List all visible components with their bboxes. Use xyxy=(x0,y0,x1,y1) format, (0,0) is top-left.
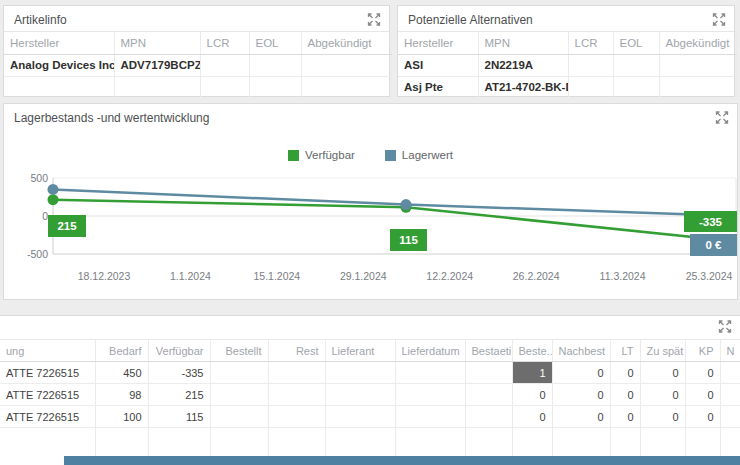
column-header[interactable]: LCR xyxy=(568,32,613,54)
cell[interactable]: 2N2219A xyxy=(478,54,568,76)
cell[interactable]: 0 xyxy=(610,406,640,428)
cell[interactable]: 450 xyxy=(95,362,148,384)
table-row[interactable]: ATTE 72265159821500000 xyxy=(0,384,740,406)
cell[interactable]: 98 xyxy=(95,384,148,406)
cell[interactable] xyxy=(659,54,736,76)
column-header[interactable]: MPN xyxy=(114,32,200,54)
cell[interactable] xyxy=(720,406,740,428)
column-header[interactable]: LT xyxy=(610,340,640,362)
cell[interactable] xyxy=(613,76,659,98)
cell[interactable]: -335 xyxy=(148,362,210,384)
data-point[interactable] xyxy=(48,184,59,195)
cell[interactable]: ATTE 7226515 xyxy=(0,384,95,406)
cell[interactable]: 100 xyxy=(95,406,148,428)
cell[interactable]: 0 xyxy=(685,384,720,406)
cell[interactable] xyxy=(249,54,301,76)
column-header[interactable]: Rest xyxy=(268,340,325,362)
cell[interactable]: 115 xyxy=(148,406,210,428)
cell[interactable] xyxy=(210,406,268,428)
column-header[interactable]: Abgekündigt xyxy=(659,32,736,54)
cell[interactable] xyxy=(301,54,391,76)
cell[interactable]: Asj Pte xyxy=(398,76,478,98)
cell[interactable] xyxy=(301,76,391,98)
cell[interactable] xyxy=(465,406,512,428)
cell[interactable] xyxy=(268,406,325,428)
cell[interactable]: 0 xyxy=(552,406,610,428)
data-point[interactable] xyxy=(48,194,59,205)
cell[interactable] xyxy=(613,54,659,76)
cell[interactable] xyxy=(325,362,395,384)
cell[interactable] xyxy=(659,76,736,98)
column-header[interactable]: EOL xyxy=(613,32,659,54)
cell[interactable] xyxy=(465,362,512,384)
column-header[interactable]: Abgekündigt xyxy=(301,32,391,54)
column-header[interactable]: Nachbest xyxy=(552,340,610,362)
column-header[interactable]: Zu spät xyxy=(640,340,685,362)
column-header[interactable]: Beste... xyxy=(512,340,552,362)
column-header[interactable]: Hersteller xyxy=(4,32,114,54)
column-header[interactable]: Bestellt xyxy=(210,340,268,362)
data-point[interactable] xyxy=(401,199,412,210)
cell[interactable] xyxy=(568,54,613,76)
cell[interactable] xyxy=(720,362,740,384)
column-header[interactable]: Bedarf xyxy=(95,340,148,362)
table-row[interactable]: ATTE 7226515450-33510000 xyxy=(0,362,740,384)
table-row[interactable]: ASI2N2219A xyxy=(398,54,736,76)
cell[interactable]: 0 xyxy=(640,406,685,428)
column-header[interactable]: ung xyxy=(0,340,95,362)
expand-icon[interactable] xyxy=(712,12,726,25)
selected-cell[interactable]: 1 xyxy=(512,362,552,384)
cell[interactable] xyxy=(210,384,268,406)
cell[interactable]: ADV7179BCPZ xyxy=(114,54,200,76)
column-header[interactable]: N xyxy=(720,340,740,362)
column-header[interactable]: Bestaeti... xyxy=(465,340,512,362)
table-row[interactable]: Asj PteAT21-4702-BK-D xyxy=(398,76,736,98)
cell[interactable] xyxy=(268,384,325,406)
cell[interactable]: 0 xyxy=(552,362,610,384)
cell[interactable]: 0 xyxy=(640,362,685,384)
table-row[interactable] xyxy=(4,76,391,98)
cell[interactable] xyxy=(395,406,465,428)
cell[interactable]: Analog Devices Inc. xyxy=(4,54,114,76)
column-header[interactable]: EOL xyxy=(249,32,301,54)
column-header[interactable]: KP xyxy=(685,340,720,362)
cell[interactable]: 0 xyxy=(552,384,610,406)
cell[interactable] xyxy=(395,362,465,384)
cell[interactable]: ATTE 7226515 xyxy=(0,406,95,428)
cell[interactable]: ASI xyxy=(398,54,478,76)
cell[interactable]: 215 xyxy=(148,384,210,406)
cell[interactable] xyxy=(210,362,268,384)
cell[interactable] xyxy=(465,384,512,406)
column-header[interactable]: Verfügbar xyxy=(148,340,210,362)
cell[interactable]: 0 xyxy=(512,384,552,406)
cell[interactable]: 0 xyxy=(640,384,685,406)
expand-icon[interactable] xyxy=(367,12,381,25)
cell[interactable] xyxy=(325,384,395,406)
cell[interactable] xyxy=(200,54,249,76)
cell[interactable] xyxy=(568,76,613,98)
cell[interactable] xyxy=(114,76,200,98)
cell[interactable]: ATTE 7226515 xyxy=(0,362,95,384)
horizontal-scrollbar-thumb[interactable] xyxy=(64,456,740,465)
cell[interactable] xyxy=(720,384,740,406)
cell[interactable] xyxy=(200,76,249,98)
expand-icon[interactable] xyxy=(718,319,732,332)
cell[interactable] xyxy=(249,76,301,98)
cell[interactable] xyxy=(268,362,325,384)
column-header[interactable]: Hersteller xyxy=(398,32,478,54)
cell[interactable]: 0 xyxy=(685,406,720,428)
cell[interactable] xyxy=(395,384,465,406)
column-header[interactable]: LCR xyxy=(200,32,249,54)
cell[interactable] xyxy=(325,406,395,428)
column-header[interactable]: MPN xyxy=(478,32,568,54)
column-header[interactable]: Lieferant xyxy=(325,340,395,362)
column-header[interactable]: Lieferdatum xyxy=(395,340,465,362)
cell[interactable]: 0 xyxy=(512,406,552,428)
cell[interactable]: 0 xyxy=(610,384,640,406)
cell[interactable] xyxy=(4,76,114,98)
cell[interactable]: 0 xyxy=(610,362,640,384)
cell[interactable]: 0 xyxy=(685,362,720,384)
table-row[interactable]: Analog Devices Inc.ADV7179BCPZ xyxy=(4,54,391,76)
cell[interactable]: AT21-4702-BK-D xyxy=(478,76,568,98)
table-row[interactable]: ATTE 722651510011500000 xyxy=(0,406,740,428)
